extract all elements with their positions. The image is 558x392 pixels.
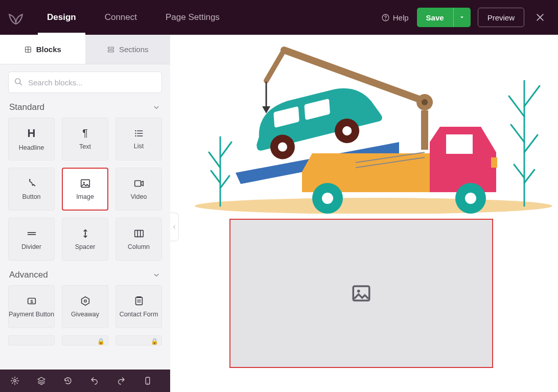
layers-button[interactable] xyxy=(35,374,48,387)
sections-icon xyxy=(107,45,115,54)
tow-truck-illustration xyxy=(184,35,552,214)
bottom-toolbar xyxy=(0,370,170,392)
block-list-label: List xyxy=(134,143,144,150)
svg-rect-12 xyxy=(134,180,141,186)
svg-text:$: $ xyxy=(30,298,33,304)
preview-button[interactable]: Preview xyxy=(478,8,524,27)
block-headline-label: Headline xyxy=(19,144,44,151)
block-contact-form-label: Contact Form xyxy=(120,311,158,318)
button-icon xyxy=(26,178,37,189)
device-preview-button[interactable] xyxy=(141,374,154,387)
sidebar-tab-sections[interactable]: Sections xyxy=(85,35,171,64)
group-standard-header[interactable]: Standard xyxy=(9,102,161,112)
svg-point-31 xyxy=(465,193,476,204)
tab-connect[interactable]: Connect xyxy=(90,0,151,35)
block-peek-2[interactable]: 🔒 xyxy=(62,335,108,345)
block-video[interactable]: Video xyxy=(115,168,162,211)
lock-icon: 🔒 xyxy=(151,338,158,345)
svg-point-21 xyxy=(147,383,148,384)
giveaway-icon xyxy=(80,295,91,307)
redo-icon xyxy=(117,376,126,385)
lock-icon: 🔒 xyxy=(97,338,105,345)
block-video-label: Video xyxy=(131,193,147,200)
svg-rect-14 xyxy=(134,230,143,237)
svg-point-22 xyxy=(195,198,552,214)
save-button-group: Save xyxy=(417,8,471,27)
settings-button[interactable] xyxy=(8,374,21,387)
block-button[interactable]: Button xyxy=(8,168,55,211)
search-icon xyxy=(13,77,24,87)
image-placeholder-block[interactable] xyxy=(229,219,493,368)
block-divider-label: Divider xyxy=(21,243,41,250)
block-button-label: Button xyxy=(22,193,40,200)
group-advanced-header[interactable]: Advanced xyxy=(9,270,161,280)
svg-rect-3 xyxy=(108,47,114,49)
block-payment-button[interactable]: $ Payment Button xyxy=(8,285,55,328)
search-input[interactable] xyxy=(8,72,162,93)
search-wrapper xyxy=(8,72,162,93)
sidebar-tab-blocks[interactable]: Blocks xyxy=(0,35,85,64)
sidebar-collapse-handle[interactable] xyxy=(170,213,179,241)
tab-design[interactable]: Design xyxy=(33,0,90,35)
chevron-down-icon xyxy=(152,270,161,280)
block-divider[interactable]: Divider xyxy=(8,218,55,261)
block-peek-3[interactable]: 🔒 xyxy=(115,335,162,345)
svg-rect-4 xyxy=(108,50,114,52)
block-spacer[interactable]: Spacer xyxy=(62,218,108,261)
svg-rect-10 xyxy=(81,179,89,187)
main-tabs: Design Connect Page Settings xyxy=(33,0,234,35)
contact-form-icon xyxy=(133,295,145,307)
sidebar-tab-blocks-label: Blocks xyxy=(36,45,61,54)
save-button[interactable]: Save xyxy=(417,8,453,27)
block-spacer-label: Spacer xyxy=(75,243,96,250)
svg-point-11 xyxy=(83,182,84,183)
svg-point-13 xyxy=(84,233,86,234)
svg-point-8 xyxy=(135,135,136,136)
undo-button[interactable] xyxy=(88,374,101,387)
advanced-blocks-grid: $ Payment Button Giveaway Contact Form 🔒… xyxy=(8,285,162,345)
column-icon xyxy=(133,228,145,239)
history-button[interactable] xyxy=(61,374,75,387)
block-text[interactable]: ¶ Text xyxy=(62,118,108,160)
block-giveaway[interactable]: Giveaway xyxy=(62,285,108,328)
chevron-down-icon xyxy=(152,103,161,112)
block-headline[interactable]: H Headline xyxy=(8,118,55,160)
mobile-icon xyxy=(143,376,152,385)
block-peek-1[interactable] xyxy=(8,335,55,345)
canvas[interactable] xyxy=(170,35,558,392)
sidebar: Blocks Sections Standard H Hea xyxy=(0,35,170,392)
svg-point-39 xyxy=(357,290,360,293)
block-contact-form[interactable]: Contact Form xyxy=(115,285,162,328)
image-icon xyxy=(80,178,91,189)
svg-point-7 xyxy=(135,133,136,134)
block-image-label: Image xyxy=(76,193,94,200)
svg-rect-27 xyxy=(491,157,497,168)
close-icon xyxy=(535,12,545,22)
svg-rect-26 xyxy=(446,134,473,154)
block-list[interactable]: List xyxy=(115,118,162,160)
block-column[interactable]: Column xyxy=(115,218,162,261)
spacer-icon xyxy=(80,228,91,239)
headline-icon: H xyxy=(28,127,36,140)
svg-point-1 xyxy=(385,19,386,19)
sidebar-tabs: Blocks Sections xyxy=(0,35,170,64)
svg-point-6 xyxy=(135,130,136,131)
block-column-label: Column xyxy=(128,243,150,250)
close-button[interactable] xyxy=(531,9,549,26)
svg-point-29 xyxy=(322,193,333,204)
help-icon xyxy=(381,13,390,22)
help-link[interactable]: Help xyxy=(381,13,409,22)
tab-page-settings[interactable]: Page Settings xyxy=(151,0,234,35)
blocks-icon xyxy=(24,45,32,54)
svg-point-9 xyxy=(29,179,30,180)
svg-point-24 xyxy=(422,99,428,105)
svg-rect-18 xyxy=(135,297,142,305)
save-dropdown-button[interactable] xyxy=(453,8,471,27)
svg-point-5 xyxy=(15,79,20,84)
payment-icon: $ xyxy=(26,295,37,307)
block-image[interactable]: Image xyxy=(62,168,108,211)
image-placeholder-icon xyxy=(351,283,372,304)
caret-down-icon xyxy=(459,14,465,20)
redo-button[interactable] xyxy=(114,374,128,387)
sidebar-body: Standard H Headline ¶ Text List xyxy=(0,64,170,392)
